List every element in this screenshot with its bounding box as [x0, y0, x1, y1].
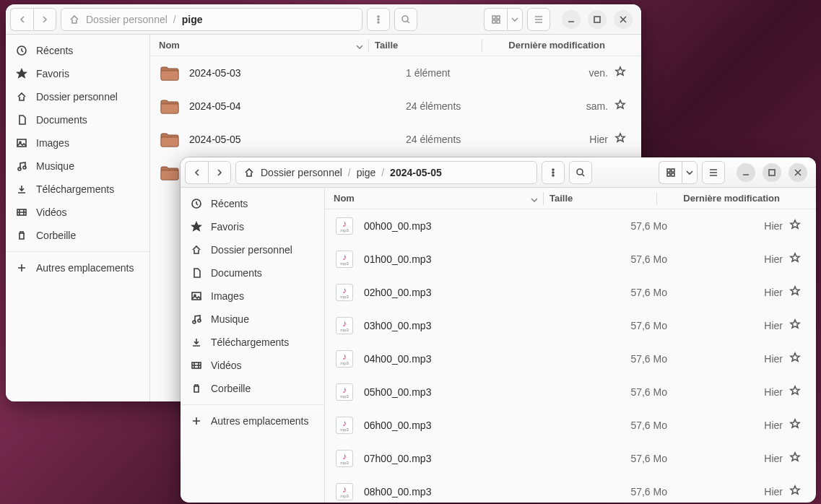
table-row[interactable]: ♪mp300h00_00.mp357,6 MoHier: [325, 209, 816, 243]
home-icon: [69, 14, 80, 25]
sidebar-item-trash[interactable]: Corbeille: [181, 377, 324, 400]
mp3-file-icon: ♪mp3: [336, 251, 353, 268]
list-view-button[interactable]: [702, 161, 725, 184]
column-modified[interactable]: Dernière modification: [663, 193, 807, 204]
star-outline-icon: [614, 99, 626, 110]
view-dropdown-button[interactable]: [507, 8, 523, 31]
star-button[interactable]: [783, 219, 807, 233]
search-button[interactable]: [394, 8, 417, 31]
star-outline-icon: [789, 219, 801, 230]
sidebar-item-downloads[interactable]: Téléchargements: [181, 331, 324, 354]
file-size: 57,6 Mo: [581, 453, 682, 464]
back-button[interactable]: [10, 8, 33, 31]
sidebar-item-music[interactable]: Musique: [181, 308, 324, 331]
path-bar[interactable]: Dossier personnel / pige: [61, 8, 362, 31]
mp3-file-icon: ♪mp3: [336, 483, 353, 500]
minimize-button[interactable]: [737, 163, 755, 182]
star-button[interactable]: [608, 66, 633, 79]
sidebar-item-recents[interactable]: Récents: [181, 192, 324, 215]
path-segment[interactable]: pige: [357, 167, 375, 178]
sidebar-item-favorites[interactable]: Favoris: [181, 215, 324, 238]
download-icon: [16, 183, 27, 195]
table-row[interactable]: ♪mp303h00_00.mp357,6 MoHier: [325, 309, 816, 342]
star-button[interactable]: [783, 485, 807, 498]
table-row[interactable]: ♪mp302h00_00.mp357,6 MoHier: [325, 276, 816, 309]
path-segment[interactable]: Dossier personnel: [261, 167, 342, 178]
sidebar-item-home[interactable]: Dossier personnel: [6, 85, 149, 108]
sidebar-item-downloads[interactable]: Téléchargements: [6, 178, 149, 201]
path-segment-current[interactable]: 2024-05-05: [390, 167, 442, 178]
sidebar-item-documents[interactable]: Documents: [181, 261, 324, 284]
column-size[interactable]: Taille: [549, 193, 651, 204]
more-options-button[interactable]: [367, 8, 390, 31]
minimize-button[interactable]: [562, 10, 581, 29]
window-controls: [562, 10, 633, 29]
sidebar-item-videos[interactable]: Vidéos: [6, 201, 149, 224]
star-button[interactable]: [783, 252, 807, 266]
star-button[interactable]: [783, 418, 807, 432]
star-outline-icon: [614, 66, 626, 77]
column-name[interactable]: Nom: [159, 40, 362, 51]
path-bar[interactable]: Dossier personnel / pige / 2024-05-05: [235, 161, 537, 184]
column-size[interactable]: Taille: [375, 40, 476, 51]
list-view-button[interactable]: [527, 8, 550, 31]
file-name: 2024-05-04: [189, 100, 406, 112]
star-button[interactable]: [608, 99, 633, 113]
sidebar-item-videos[interactable]: Vidéos: [181, 354, 324, 377]
close-button[interactable]: [614, 10, 633, 29]
table-row[interactable]: ♪mp304h00_00.mp357,6 MoHier: [325, 342, 816, 375]
star-outline-icon: [789, 252, 801, 264]
star-button[interactable]: [783, 385, 807, 399]
sidebar-item-images[interactable]: Images: [181, 284, 324, 308]
file-size: 57,6 Mo: [581, 287, 682, 298]
sidebar-item-other-locations[interactable]: Autres emplacements: [6, 256, 149, 279]
table-row[interactable]: 2024-05-0524 élémentsHier: [150, 123, 641, 156]
back-button[interactable]: [185, 161, 208, 184]
file-size: 57,6 Mo: [581, 486, 682, 498]
forward-button[interactable]: [208, 161, 231, 184]
table-row[interactable]: 2024-05-0424 élémentssam.: [150, 90, 641, 123]
sidebar-item-trash[interactable]: Corbeille: [6, 224, 149, 247]
maximize-button[interactable]: [588, 10, 607, 29]
path-segment-current[interactable]: pige: [182, 14, 203, 25]
sidebar-item-favorites[interactable]: Favoris: [6, 62, 149, 85]
column-name[interactable]: Nom: [334, 193, 537, 204]
star-button[interactable]: [608, 132, 633, 146]
document-icon: [16, 114, 27, 126]
star-outline-icon: [789, 485, 801, 496]
table-row[interactable]: ♪mp308h00_00.mp357,6 MoHier: [325, 475, 816, 503]
column-headers: Nom Taille Dernière modification: [325, 188, 816, 209]
sidebar-item-home[interactable]: Dossier personnel: [181, 238, 324, 261]
star-button[interactable]: [783, 285, 807, 299]
table-row[interactable]: ♪mp307h00_00.mp357,6 MoHier: [325, 442, 816, 475]
maximize-button[interactable]: [763, 163, 781, 182]
sidebar-item-other-locations[interactable]: Autres emplacements: [181, 409, 324, 433]
file-name: 01h00_00.mp3: [364, 253, 581, 265]
star-button[interactable]: [783, 451, 807, 465]
star-button[interactable]: [783, 318, 807, 332]
grid-view-button[interactable]: [484, 8, 507, 31]
music-icon: [16, 160, 27, 172]
table-row[interactable]: ♪mp305h00_00.mp357,6 MoHier: [325, 375, 816, 409]
grid-view-button[interactable]: [659, 161, 682, 184]
table-row[interactable]: ♪mp306h00_00.mp357,6 MoHier: [325, 409, 816, 442]
sidebar-item-images[interactable]: Images: [6, 131, 149, 155]
sidebar-item-recents[interactable]: Récents: [6, 39, 149, 62]
table-row[interactable]: 2024-05-031 élémentven.: [150, 56, 641, 90]
more-options-button[interactable]: [542, 161, 565, 184]
forward-button[interactable]: [33, 8, 56, 31]
file-name: 2024-05-03: [189, 67, 406, 79]
search-button[interactable]: [569, 161, 592, 184]
close-button[interactable]: [789, 163, 807, 182]
file-date: Hier: [682, 353, 783, 365]
star-button[interactable]: [783, 352, 807, 365]
column-modified[interactable]: Dernière modification: [488, 40, 633, 51]
view-dropdown-button[interactable]: [682, 161, 698, 184]
sidebar-item-documents[interactable]: Documents: [6, 108, 149, 131]
column-headers: Nom Taille Dernière modification: [150, 35, 641, 56]
table-row[interactable]: ♪mp301h00_00.mp357,6 MoHier: [325, 243, 816, 276]
path-segment[interactable]: Dossier personnel: [86, 14, 168, 25]
clock-icon: [191, 198, 202, 209]
sidebar-item-music[interactable]: Musique: [6, 155, 149, 178]
file-date: Hier: [682, 453, 783, 464]
